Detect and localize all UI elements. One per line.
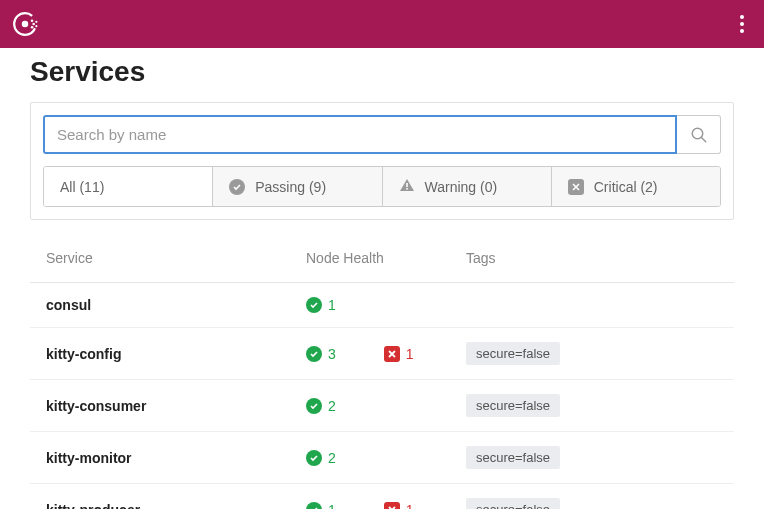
tag-badge: secure=false [466, 498, 560, 509]
health-passing: 3 [306, 346, 336, 362]
table-row[interactable]: consul 1 [30, 283, 734, 328]
table-row[interactable]: kitty-consumer 2 secure=false [30, 380, 734, 432]
svg-rect-10 [406, 188, 408, 190]
passing-count: 1 [328, 502, 336, 510]
x-square-icon [384, 346, 400, 362]
table-header: Service Node Health Tags [30, 250, 734, 283]
filter-label: Passing (9) [255, 179, 326, 195]
filter-tab-all[interactable]: All (11) [44, 167, 213, 206]
health-cell: 3 1 [306, 346, 466, 362]
filter-tab-passing[interactable]: Passing (9) [213, 167, 382, 206]
tags-cell: secure=false [466, 498, 718, 509]
search-button[interactable] [677, 115, 721, 154]
passing-count: 2 [328, 450, 336, 466]
svg-point-2 [31, 19, 34, 22]
tags-cell: secure=false [466, 342, 718, 365]
svg-point-1 [22, 21, 29, 28]
filter-tab-warning[interactable]: Warning (0) [383, 167, 552, 206]
filter-label: All (11) [60, 179, 104, 195]
tags-cell: secure=false [466, 394, 718, 417]
filter-label: Warning (0) [425, 179, 498, 195]
warning-triangle-icon [399, 177, 415, 196]
tags-cell: secure=false [466, 446, 718, 469]
critical-count: 1 [406, 346, 414, 362]
critical-count: 1 [406, 502, 414, 510]
health-cell: 1 [306, 297, 466, 313]
svg-rect-9 [406, 183, 408, 187]
x-square-icon [384, 502, 400, 510]
svg-point-3 [32, 23, 35, 26]
table-row[interactable]: kitty-producer 1 1 secure=false [30, 484, 734, 509]
svg-point-6 [35, 25, 37, 27]
health-passing: 2 [306, 450, 336, 466]
passing-count: 3 [328, 346, 336, 362]
health-critical: 1 [384, 346, 414, 362]
check-circle-icon [306, 346, 322, 362]
svg-line-8 [701, 137, 706, 142]
service-name: kitty-consumer [46, 398, 306, 414]
filter-tab-critical[interactable]: Critical (2) [552, 167, 720, 206]
col-health: Node Health [306, 250, 466, 266]
service-name: consul [46, 297, 306, 313]
health-passing: 2 [306, 398, 336, 414]
menu-dots-icon[interactable] [732, 7, 752, 41]
passing-count: 1 [328, 297, 336, 313]
consul-logo-icon [12, 11, 38, 37]
check-circle-icon [306, 297, 322, 313]
svg-point-5 [35, 21, 37, 23]
tag-badge: secure=false [466, 394, 560, 417]
table-row[interactable]: kitty-config 3 1 secure=false [30, 328, 734, 380]
check-circle-icon [229, 179, 245, 195]
health-critical: 1 [384, 502, 414, 510]
health-cell: 2 [306, 398, 466, 414]
search-input[interactable] [43, 115, 677, 154]
x-square-icon [568, 179, 584, 195]
table-row[interactable]: kitty-monitor 2 secure=false [30, 432, 734, 484]
col-tags: Tags [466, 250, 718, 266]
health-passing: 1 [306, 502, 336, 510]
check-circle-icon [306, 450, 322, 466]
check-circle-icon [306, 398, 322, 414]
search-icon [690, 126, 708, 144]
tag-badge: secure=false [466, 446, 560, 469]
filter-panel: All (11) Passing (9) Warning (0) Critica… [30, 102, 734, 220]
page-title: Services [30, 56, 734, 88]
health-passing: 1 [306, 297, 336, 313]
tag-badge: secure=false [466, 342, 560, 365]
col-service: Service [46, 250, 306, 266]
health-cell: 2 [306, 450, 466, 466]
service-name: kitty-producer [46, 502, 306, 510]
check-circle-icon [306, 502, 322, 510]
app-header [0, 0, 764, 48]
filter-tabs: All (11) Passing (9) Warning (0) Critica… [43, 166, 721, 207]
svg-point-4 [31, 26, 34, 29]
service-name: kitty-config [46, 346, 306, 362]
health-cell: 1 1 [306, 502, 466, 510]
filter-label: Critical (2) [594, 179, 658, 195]
passing-count: 2 [328, 398, 336, 414]
services-table: Service Node Health Tags consul 1 kitt [30, 250, 734, 509]
service-name: kitty-monitor [46, 450, 306, 466]
